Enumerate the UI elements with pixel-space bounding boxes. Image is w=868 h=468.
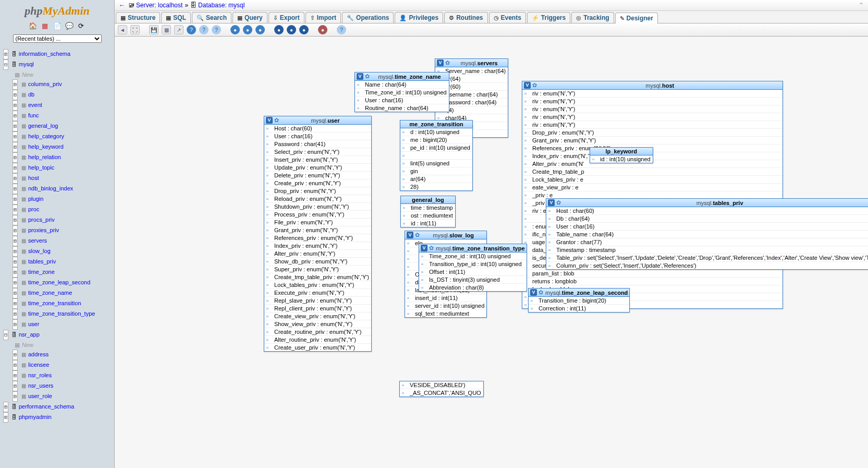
tab-search[interactable]: 🔍Search xyxy=(192,12,231,23)
table-column[interactable]: ▫ xyxy=(400,152,472,160)
relation-icon[interactable]: ▫ xyxy=(407,310,413,317)
tab-structure[interactable]: ▦Structure xyxy=(116,12,160,23)
relation-icon[interactable]: ▫ xyxy=(266,133,273,139)
table-host[interactable]: host xyxy=(28,175,39,181)
table-column[interactable]: ▫Create_tmp_table_p xyxy=(522,168,783,176)
relation-icon[interactable]: ▫ xyxy=(402,152,409,159)
table-column[interactable]: ▫Repl_slave_priv : enum('N','Y') xyxy=(264,297,371,305)
relation-icon[interactable]: ▫ xyxy=(524,215,531,222)
table-box-me_zone_transition[interactable]: me_zone_transition▫d : int(10) unsigned▫… xyxy=(400,120,473,191)
relation-icon[interactable]: ▫ xyxy=(402,137,409,143)
tab-routines[interactable]: ⚙Routines xyxy=(444,12,487,23)
relation-icon[interactable]: ▫ xyxy=(402,382,408,388)
table-column[interactable]: ▫Create_routine_priv : enum('N','Y') xyxy=(264,328,371,336)
table-header[interactable]: me_zone_transition xyxy=(400,121,472,128)
table-column[interactable]: ▫server_id : int(10) unsigned xyxy=(405,302,486,310)
table-column[interactable]: ▫User : char(16) xyxy=(546,223,868,231)
table-column[interactable]: ▫Create_tmp_table_priv : enum('N','Y') xyxy=(264,273,371,281)
db-phpmyadmin[interactable]: phpmyadmin xyxy=(19,414,52,420)
relation-icon[interactable]: ▫ xyxy=(548,208,555,214)
table-box-lp_keyword[interactable]: lp_keyword▫id : int(10) unsigned xyxy=(590,147,653,163)
table-servers[interactable]: servers xyxy=(28,237,47,244)
tree-toggle[interactable]: ⊞ xyxy=(13,257,18,267)
table-column[interactable]: ▫Index_priv : enum('N','Y') xyxy=(264,242,371,250)
relation-icon[interactable]: ▫ xyxy=(421,253,427,259)
tree-toggle[interactable]: ⊞ xyxy=(13,184,18,194)
table-column[interactable]: ▫returns : longblob xyxy=(522,278,783,285)
relation-icon[interactable]: ▫ xyxy=(524,122,531,128)
relation-icon[interactable]: ▫ xyxy=(524,192,531,198)
table-column[interactable]: ▫lint(5) unsigned xyxy=(400,160,472,167)
table-column[interactable]: ▫Table_name : char(64) xyxy=(546,231,868,238)
table-licensee[interactable]: licensee xyxy=(28,362,49,368)
relation-icon[interactable]: ▫ xyxy=(402,160,409,166)
table-header[interactable]: V✿mysql.user xyxy=(264,116,371,125)
breadcrumb-back-icon[interactable]: ← xyxy=(119,2,125,9)
relation-icon[interactable]: ▫ xyxy=(524,200,531,206)
home-icon[interactable]: 🏠 xyxy=(29,22,37,30)
relation-icon[interactable]: ▫ xyxy=(524,208,531,214)
table-column[interactable]: ▫Drop_priv : enum('N','Y') xyxy=(522,129,783,137)
relation-icon[interactable]: ▫ xyxy=(421,269,427,275)
cog-icon[interactable]: ✿ xyxy=(445,59,450,66)
relation-icon[interactable]: ▫ xyxy=(524,137,531,143)
table-column[interactable]: ▫Repl_client_priv : enum('N','Y') xyxy=(264,305,371,313)
tool-circle6-icon[interactable]: ● xyxy=(299,25,309,34)
table-column[interactable]: ▫Time_zone_id : int(10) unsigned xyxy=(419,253,527,260)
table-box-general_log[interactable]: general_log▫time : timestamp▫ost : mediu… xyxy=(400,196,456,227)
table-column[interactable]: ▫Routine_name : char(64) xyxy=(355,104,449,112)
docs-icon[interactable]: 📄 xyxy=(53,22,62,30)
table-address[interactable]: address xyxy=(28,351,48,357)
tool-option1-icon[interactable]: ? xyxy=(199,25,209,34)
breadcrumb-server[interactable]: Server: localhost xyxy=(136,2,182,9)
relation-icon[interactable]: ▫ xyxy=(402,168,409,174)
relation-icon[interactable]: ▫ xyxy=(403,212,409,219)
table-event[interactable]: event xyxy=(28,102,42,108)
table-user_role[interactable]: user_role xyxy=(28,393,52,399)
tree-toggle[interactable]: ⊞ xyxy=(13,370,18,381)
relation-icon[interactable]: ▫ xyxy=(548,215,555,222)
tree-toggle[interactable]: ⊞ xyxy=(13,194,18,205)
tree-toggle[interactable]: ⊞ xyxy=(13,225,18,236)
tree-toggle[interactable]: ⊞ xyxy=(13,111,18,121)
relation-icon[interactable]: ▫ xyxy=(266,337,273,343)
table-ndb_binlog_index[interactable]: ndb_binlog_index xyxy=(28,185,73,191)
tab-operations[interactable]: 🔧Operations xyxy=(342,12,394,23)
relation-icon[interactable]: ▫ xyxy=(548,247,555,253)
relation-icon[interactable]: ▫ xyxy=(524,231,531,237)
table-column[interactable]: ▫d : int(10) unsigned xyxy=(400,128,472,136)
table-column[interactable]: ▫Show_db_priv : enum('N','Y') xyxy=(264,258,371,266)
table-column[interactable]: ▫Update_priv : enum('N','Y') xyxy=(264,164,371,172)
relation-icon[interactable]: ▫ xyxy=(531,297,537,304)
relation-icon[interactable]: ▫ xyxy=(266,258,273,265)
tab-designer[interactable]: ✎Designer xyxy=(615,13,658,23)
table-header[interactable]: general_log xyxy=(401,196,455,204)
relation-icon[interactable]: ▫ xyxy=(266,321,273,327)
relation-icon[interactable]: ▫ xyxy=(421,261,427,267)
relation-icon[interactable]: ▫ xyxy=(402,145,409,151)
relation-icon[interactable]: ▫ xyxy=(524,169,531,175)
tab-import[interactable]: ⇧Import xyxy=(305,12,341,23)
table-column[interactable]: ▫Timestamp : timestamp xyxy=(546,246,868,254)
table-proxies_priv[interactable]: proxies_priv xyxy=(28,227,59,233)
relation-icon[interactable]: ▫ xyxy=(524,145,531,151)
table-column[interactable]: ▫Host : char(60) xyxy=(546,207,868,215)
table-column[interactable]: ▫Show_view_priv : enum('N','Y') xyxy=(264,320,371,328)
relation-icon[interactable]: ▫ xyxy=(357,89,363,95)
tab-export[interactable]: ⇩Export xyxy=(268,12,304,23)
table-column[interactable]: ▫Alter_routine_priv : enum('N','Y') xyxy=(264,336,371,344)
table-column[interactable]: ▫insert_id : int(11) xyxy=(405,294,486,302)
cog-icon[interactable]: ✿ xyxy=(539,289,543,296)
table-column[interactable]: ▫Grant_priv : enum('N','Y') xyxy=(522,137,783,145)
relation-icon[interactable]: ▫ xyxy=(266,196,273,202)
tab-privileges[interactable]: 👤Privileges xyxy=(395,12,443,23)
tree-toggle[interactable]: ⊞ xyxy=(13,391,18,402)
tree-toggle[interactable]: ⊞ xyxy=(3,402,8,412)
tree-toggle[interactable]: ⊞ xyxy=(13,267,18,278)
table-time_zone_transition[interactable]: time_zone_transition xyxy=(28,300,81,306)
cog-icon[interactable]: ✿ xyxy=(556,199,561,206)
relation-icon[interactable]: ▫ xyxy=(548,223,555,230)
relation-icon[interactable]: ▫ xyxy=(524,161,531,167)
table-time_zone_transition_type[interactable]: time_zone_transition_type xyxy=(28,310,95,317)
relation-icon[interactable]: ▫ xyxy=(266,274,273,280)
